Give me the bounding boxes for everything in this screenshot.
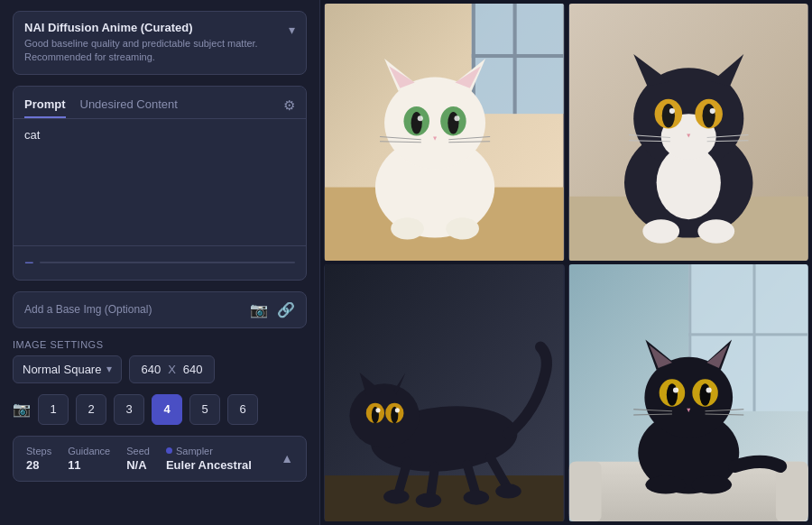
settings-icon[interactable]: ⚙ (283, 97, 295, 114)
svg-point-83 (699, 383, 710, 405)
svg-point-92 (691, 475, 732, 493)
svg-point-84 (672, 387, 678, 392)
tab-prompt[interactable]: Prompt (24, 94, 66, 118)
svg-point-35 (661, 104, 674, 127)
chevron-down-icon: ▾ (289, 23, 295, 37)
svg-point-17 (454, 115, 459, 121)
svg-point-62 (383, 489, 410, 503)
svg-point-16 (418, 115, 423, 121)
base-img-label: Add a Base Img (Optional) (24, 303, 241, 316)
steps-stat: Steps 28 (26, 446, 51, 472)
model-description: Good baseline quality and predictable su… (24, 37, 281, 65)
prompt-input-line: − (14, 245, 306, 280)
sampler-label-text: Sampler (176, 446, 213, 456)
step-5[interactable]: 5 (189, 394, 220, 425)
svg-point-7 (384, 77, 485, 169)
model-info: NAI Diffusion Anime (Curated) Good basel… (24, 21, 281, 65)
image-cell-4[interactable] (568, 264, 809, 521)
tab-undesired[interactable]: Undesired Content (80, 94, 178, 118)
svg-rect-47 (325, 475, 564, 521)
svg-rect-72 (568, 462, 601, 521)
svg-point-85 (706, 387, 711, 392)
sampler-stat: Sampler Euler Ancestral (166, 446, 252, 472)
svg-rect-69 (752, 264, 755, 411)
svg-point-63 (416, 493, 442, 507)
svg-point-49 (349, 383, 419, 447)
step-4[interactable]: 4 (152, 394, 182, 425)
chevron-icon: ▾ (106, 363, 112, 375)
guidance-value: 11 (68, 458, 110, 472)
steps-value: 28 (26, 458, 51, 472)
svg-point-14 (411, 112, 422, 134)
height-value: 640 (183, 363, 203, 376)
step-2[interactable]: 2 (76, 394, 106, 425)
base-img-icons: 📷 🔗 (250, 301, 295, 318)
prompt-text: cat (14, 119, 306, 191)
image-cell-1[interactable] (324, 4, 565, 261)
svg-point-45 (697, 219, 734, 243)
svg-point-91 (645, 475, 686, 493)
svg-point-24 (446, 217, 479, 239)
prompt-tabs: Prompt Undesired Content ⚙ (14, 87, 306, 119)
svg-rect-1 (472, 4, 564, 114)
svg-rect-4 (472, 54, 564, 58)
guidance-stat: Guidance 11 (68, 446, 110, 472)
size-dimensions: 640 X 640 (129, 355, 214, 383)
svg-point-37 (669, 108, 674, 114)
link-icon[interactable]: 🔗 (277, 301, 295, 318)
model-name: NAI Diffusion Anime (Curated) (24, 21, 281, 34)
image-icon: 📷 (13, 401, 31, 418)
prompt-value: cat (24, 128, 40, 142)
bottom-stats: Steps 28 Guidance 11 Seed N/A Sampler Eu… (13, 436, 307, 482)
left-panel: NAI Diffusion Anime (Curated) Good basel… (0, 0, 320, 525)
guidance-label: Guidance (68, 446, 110, 456)
size-preset-dropdown[interactable]: Normal Square ▾ (13, 355, 122, 383)
upload-icon[interactable]: 📷 (250, 301, 268, 318)
sampler-value: Euler Ancestral (166, 458, 252, 472)
seed-value: N/A (126, 458, 150, 472)
svg-point-82 (666, 383, 677, 405)
step-1[interactable]: 1 (38, 394, 69, 425)
image-settings-section: Image Settings Normal Square ▾ 640 X 640 (13, 339, 307, 383)
svg-point-56 (375, 408, 380, 412)
image-cell-3[interactable] (324, 264, 565, 521)
steps-count-row: 📷 1 2 3 4 5 6 (13, 394, 307, 425)
expand-icon[interactable]: ▲ (281, 451, 293, 465)
svg-rect-3 (513, 4, 517, 114)
image-grid (320, 0, 812, 525)
sampler-label-row: Sampler (166, 446, 252, 456)
step-3[interactable]: 3 (114, 394, 144, 425)
step-6[interactable]: 6 (227, 394, 258, 425)
prompt-area: Prompt Undesired Content ⚙ cat − (13, 86, 307, 281)
prompt-slider[interactable] (40, 262, 295, 263)
size-preset-value: Normal Square (23, 363, 101, 376)
svg-point-44 (642, 219, 679, 243)
base-img-row: Add a Base Img (Optional) 📷 🔗 (13, 291, 307, 328)
svg-point-64 (464, 490, 490, 504)
seed-stat: Seed N/A (126, 446, 150, 472)
image-settings-label: Image Settings (13, 339, 307, 350)
steps-label: Steps (26, 446, 51, 456)
minus-icon: − (24, 253, 34, 272)
svg-point-15 (448, 112, 458, 134)
svg-point-23 (391, 217, 424, 239)
model-selector[interactable]: NAI Diffusion Anime (Curated) Good basel… (13, 11, 307, 75)
svg-point-65 (495, 484, 521, 498)
image-cell-2[interactable] (568, 4, 809, 261)
svg-point-36 (702, 104, 715, 127)
svg-point-38 (709, 108, 715, 114)
seed-label: Seed (126, 446, 150, 456)
width-value: 640 (141, 363, 161, 376)
sampler-dot-icon (166, 447, 172, 454)
cross-symbol: X (168, 363, 176, 376)
svg-rect-70 (688, 333, 807, 336)
svg-point-57 (395, 408, 400, 412)
